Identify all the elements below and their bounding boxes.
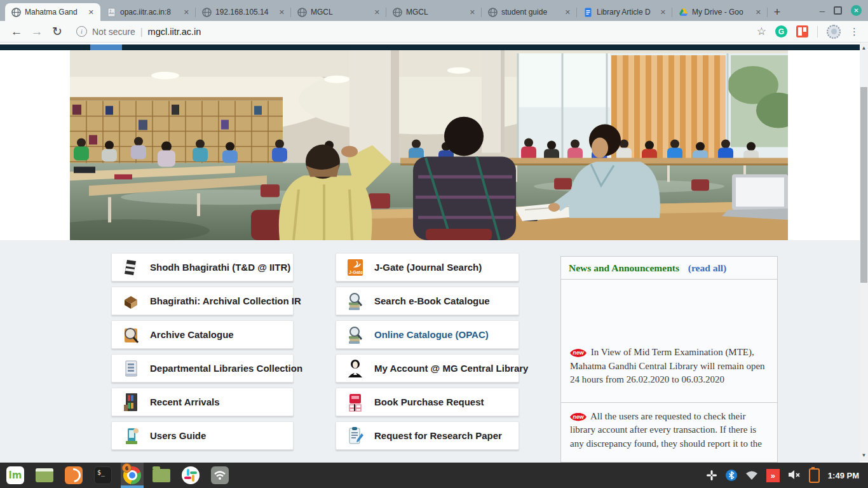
minimize-button[interactable]: – [820, 8, 825, 14]
news-panel: News and Announcements (read all) new In… [560, 256, 778, 463]
restore-button[interactable] [834, 6, 842, 15]
tab-mahatma-gandhi[interactable]: Mahatma Gand ✕ [5, 3, 100, 21]
link-research-paper-request[interactable]: Request for Research Paper [336, 421, 519, 450]
tab-close-icon[interactable]: ✕ [564, 8, 572, 17]
tab-title: MGCL [406, 8, 465, 17]
link-archival-collection[interactable]: Bhagirathi: Archival Collection IR [111, 287, 294, 315]
scrollbar-down-arrow[interactable]: ▼ [860, 451, 868, 459]
browser-toolbar: ← → ↻ i Not secure | mgcl.iitr.ac.in ☆ G… [0, 21, 868, 43]
firefox-launcher[interactable] [62, 463, 85, 488]
firefox-icon [65, 466, 83, 484]
chrome-window-button[interactable]: 6 [121, 463, 144, 488]
tab-close-icon[interactable]: ✕ [468, 8, 477, 17]
scrollbar-thumb[interactable] [860, 87, 867, 283]
link-label: Users Guide [150, 430, 206, 441]
link-departmental-libraries[interactable]: Departmental Libraries Collection [111, 354, 294, 383]
news-item-text: All the users are requested to check the… [570, 411, 762, 449]
mint-menu-button[interactable]: lm [4, 463, 27, 488]
read-all-link[interactable]: (read all) [688, 262, 726, 273]
tab-close-icon[interactable]: ✕ [182, 8, 191, 17]
site-info-icon[interactable]: i [76, 26, 87, 37]
site-navbar-edge [0, 44, 860, 50]
globe-icon [297, 8, 307, 17]
new-badge-icon: new [570, 349, 587, 357]
tab-opac[interactable]: opac.iitr.ac.in:8 ✕ [100, 3, 196, 21]
folder-magnifier-icon [122, 325, 140, 345]
tab-close-icon[interactable]: ✕ [659, 8, 667, 17]
tab-close-icon[interactable]: ✕ [87, 8, 95, 17]
link-label: Online Catalogue (OPAC) [374, 329, 489, 340]
link-users-guide[interactable]: Users Guide [111, 421, 294, 450]
news-item[interactable]: new All the users are requested to check… [561, 402, 777, 458]
link-label: Archive Catalogue [150, 329, 234, 340]
page-scrollbar[interactable]: ▲ ▼ [860, 43, 868, 461]
tray-slack-icon[interactable] [706, 470, 717, 481]
link-my-account[interactable]: My Account @ MG Central Library [336, 354, 519, 383]
profile-avatar[interactable] [827, 25, 841, 39]
clock[interactable]: 1:49 PM [828, 471, 859, 480]
site-navbar-active-item[interactable] [90, 44, 122, 50]
link-shodh-bhagirathi[interactable]: Shodh Bhagirathi (T&D @ IITR) [111, 253, 294, 281]
close-button[interactable]: ✕ [851, 5, 862, 16]
network-app-launcher[interactable] [208, 463, 231, 488]
folder-icon [153, 469, 170, 482]
anydesk-icon[interactable]: » [766, 469, 780, 482]
url-text[interactable]: mgcl.iitr.ac.in [148, 27, 201, 37]
link-label: Search e-Book Catalogue [374, 295, 490, 306]
tab-close-icon[interactable]: ✕ [278, 8, 286, 17]
grammarly-extension-icon[interactable]: G [775, 25, 787, 37]
slack-launcher[interactable] [179, 463, 202, 488]
back-button[interactable]: ← [6, 25, 27, 39]
link-recent-arrivals[interactable]: Recent Arrivals [111, 388, 294, 416]
news-header: News and Announcements (read all) [561, 257, 777, 280]
desktop-icon [36, 468, 53, 482]
tab-mgcl-1[interactable]: MGCL ✕ [291, 3, 386, 21]
link-opac[interactable]: Online Catalogue (OPAC) [336, 320, 519, 349]
news-item[interactable]: new In View of Mid Term Examination (MTE… [561, 280, 777, 402]
link-ebook-catalogue[interactable]: Search e-Book Catalogue [336, 287, 519, 315]
scrollbar-up-arrow[interactable]: ▲ [860, 44, 868, 52]
tab-ip-address[interactable]: 192.168.105.14 ✕ [196, 3, 291, 21]
window-controls: – ✕ [813, 0, 868, 21]
link-archive-catalogue[interactable]: Archive Catalogue [111, 320, 294, 349]
show-desktop-button[interactable] [33, 463, 56, 488]
bookmark-star-icon[interactable]: ☆ [757, 25, 766, 38]
browser-tab-strip: Mahatma Gand ✕ opac.iitr.ac.in:8 ✕ 192.1… [0, 0, 868, 21]
google-docs-icon [583, 8, 593, 17]
tab-my-drive[interactable]: My Drive - Goo ✕ [672, 3, 768, 21]
tab-title: My Drive - Goo [692, 8, 750, 17]
link-jgate[interactable]: J-Gate J-Gate (Journal Search) [336, 253, 519, 281]
terminal-launcher[interactable]: $_ [92, 463, 114, 488]
network-wifi-icon[interactable] [745, 471, 758, 480]
tab-close-icon[interactable]: ✕ [373, 8, 381, 17]
tab-library-article[interactable]: Library Article D ✕ [577, 3, 672, 21]
tab-student-guide[interactable]: student guide ✕ [482, 3, 577, 21]
link-label: Book Purchase Request [374, 396, 484, 407]
tab-title: Library Article D [597, 8, 655, 17]
chrome-window-count-badge: 6 [122, 463, 132, 473]
browser-menu-icon[interactable]: ⋮ [850, 26, 859, 37]
quick-links-left-column: Shodh Bhagirathi (T&D @ IITR) Bhagirathi… [111, 253, 294, 450]
user-account-icon [346, 358, 364, 379]
link-book-purchase[interactable]: Book Purchase Request [336, 388, 519, 416]
link-label: Bhagirathi: Archival Collection IR [150, 295, 301, 306]
battery-icon[interactable] [809, 468, 820, 483]
file-manager-launcher[interactable] [150, 463, 173, 488]
terminal-icon: $_ [94, 466, 112, 484]
tab-mgcl-2[interactable]: MGCL ✕ [386, 3, 482, 21]
system-tray: » 1:49 PM [706, 468, 864, 483]
library-building-icon [122, 358, 140, 379]
address-bar[interactable]: i Not secure | mgcl.iitr.ac.in [76, 26, 757, 37]
screenshot-extension-icon[interactable] [796, 25, 808, 37]
reload-button[interactable]: ↻ [47, 24, 67, 39]
tab-close-icon[interactable]: ✕ [754, 8, 763, 17]
taskbar: lm $_ 6 [0, 463, 868, 488]
forward-button[interactable]: → [27, 25, 47, 39]
bluetooth-icon[interactable] [726, 470, 737, 481]
news-item-text: In View of Mid Term Examination (MTE), M… [570, 347, 765, 384]
new-tab-button[interactable]: + [768, 3, 787, 21]
security-label: Not secure [92, 27, 135, 37]
tab-title: student guide [501, 8, 560, 17]
volume-muted-icon[interactable] [788, 470, 801, 482]
library-reading-room-photo [70, 50, 788, 240]
